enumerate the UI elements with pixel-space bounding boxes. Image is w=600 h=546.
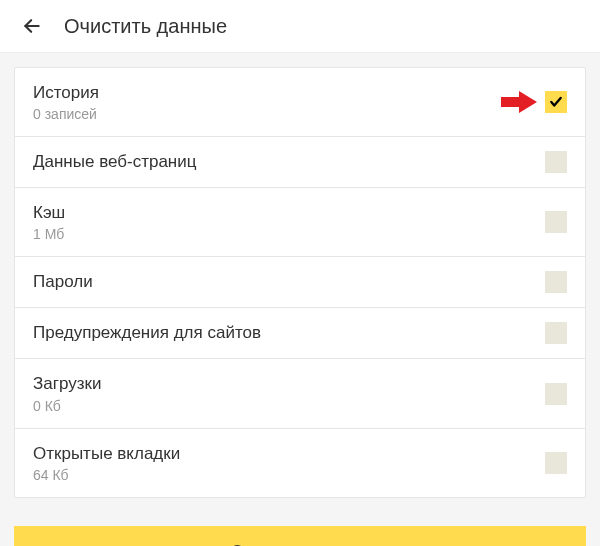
options-list: История0 записейДанные веб-страницКэш1 М… <box>14 67 586 498</box>
list-item[interactable]: Пароли <box>15 257 585 308</box>
item-text: Кэш1 Мб <box>33 202 545 242</box>
header: Очистить данные <box>0 0 600 53</box>
list-item[interactable]: Загрузки0 Кб <box>15 359 585 428</box>
item-text: Предупреждения для сайтов <box>33 322 545 344</box>
checkbox[interactable] <box>545 383 567 405</box>
list-item[interactable]: Предупреждения для сайтов <box>15 308 585 359</box>
clear-button-label: Очистить данные <box>231 542 370 546</box>
checkbox[interactable] <box>545 452 567 474</box>
clear-data-button[interactable]: Очистить данные <box>14 526 586 546</box>
item-text: Открытые вкладки64 Кб <box>33 443 545 483</box>
checkbox[interactable] <box>545 151 567 173</box>
item-title: Загрузки <box>33 373 545 395</box>
arrow-left-icon <box>22 16 42 36</box>
content: История0 записейДанные веб-страницКэш1 М… <box>0 53 600 512</box>
item-subtitle: 64 Кб <box>33 467 545 483</box>
list-item[interactable]: История0 записей <box>15 68 585 137</box>
item-text: Загрузки0 Кб <box>33 373 545 413</box>
item-title: Данные веб-страниц <box>33 151 545 173</box>
item-text: Пароли <box>33 271 545 293</box>
item-text: История0 записей <box>33 82 545 122</box>
red-arrow-icon <box>501 91 537 113</box>
checkbox[interactable] <box>545 271 567 293</box>
svg-marker-1 <box>501 91 537 113</box>
item-text: Данные веб-страниц <box>33 151 545 173</box>
list-item[interactable]: Кэш1 Мб <box>15 188 585 257</box>
item-title: Кэш <box>33 202 545 224</box>
checkbox[interactable] <box>545 91 567 113</box>
item-title: Предупреждения для сайтов <box>33 322 545 344</box>
item-title: Пароли <box>33 271 545 293</box>
checkbox[interactable] <box>545 211 567 233</box>
back-button[interactable] <box>20 14 44 38</box>
item-title: История <box>33 82 545 104</box>
item-subtitle: 0 Кб <box>33 398 545 414</box>
page-title: Очистить данные <box>64 15 227 38</box>
item-title: Открытые вкладки <box>33 443 545 465</box>
checkbox[interactable] <box>545 322 567 344</box>
check-icon <box>549 95 563 109</box>
item-subtitle: 1 Мб <box>33 226 545 242</box>
item-subtitle: 0 записей <box>33 106 545 122</box>
list-item[interactable]: Открытые вкладки64 Кб <box>15 429 585 497</box>
list-item[interactable]: Данные веб-страниц <box>15 137 585 188</box>
